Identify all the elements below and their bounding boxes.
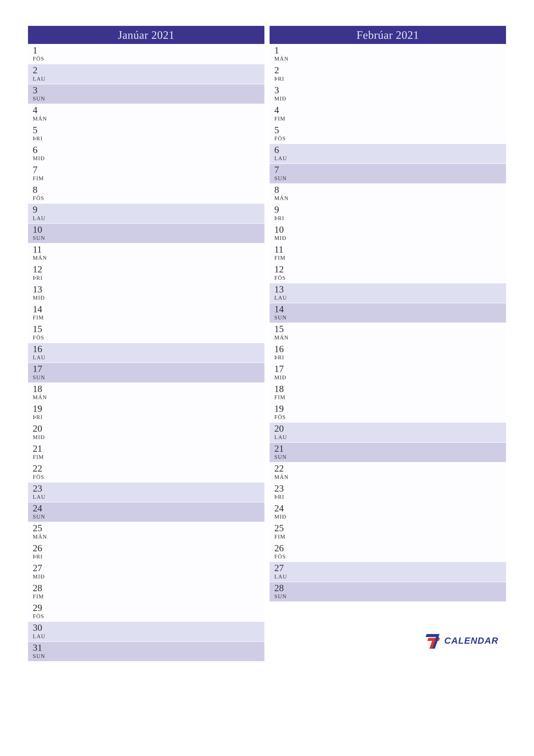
day-of-week: FÖS — [274, 135, 506, 143]
day-row: 2LAU — [28, 64, 265, 84]
day-of-week: SUN — [274, 175, 506, 182]
day-of-week: SUN — [33, 235, 265, 242]
day-row: 2ÞRI — [269, 64, 506, 84]
day-row: 10MIÐ — [269, 224, 506, 244]
day-row: 23ÞRI — [269, 482, 506, 502]
day-number: 5 — [274, 125, 506, 135]
day-of-week: MIÐ — [274, 514, 506, 521]
day-of-week: SUN — [33, 95, 265, 103]
month-column-january: Janúar 2021 1FÖS2LAU3SUN4MÁN5ÞRI6MIÐ7FIM… — [28, 26, 265, 662]
day-of-week: MÁN — [274, 56, 506, 63]
day-number: 2 — [274, 66, 506, 75]
day-number: 21 — [274, 444, 506, 453]
day-number: 3 — [274, 86, 506, 95]
day-row: 22MÁN — [269, 463, 506, 482]
day-of-week: FIM — [274, 255, 506, 262]
brand-text: CALENDAR — [444, 635, 498, 646]
day-of-week: LAU — [33, 354, 265, 362]
day-row: 21FIM — [28, 443, 265, 463]
day-number: 23 — [274, 484, 506, 493]
day-of-week: SUN — [274, 314, 506, 322]
month-columns: Janúar 2021 1FÖS2LAU3SUN4MÁN5ÞRI6MIÐ7FIM… — [28, 26, 506, 662]
day-of-week: MÁN — [33, 116, 265, 123]
day-number: 24 — [33, 504, 265, 513]
day-number: 31 — [33, 643, 265, 653]
day-row: 11FIM — [269, 244, 506, 263]
day-row: 29FÖS — [28, 602, 265, 622]
month-column-february: Febrúar 2021 1MÁN2ÞRI3MIÐ4FIM5FÖS6LAU7SU… — [269, 26, 506, 662]
day-of-week: SUN — [33, 374, 265, 382]
day-number: 11 — [274, 245, 506, 254]
day-of-week: LAU — [33, 633, 265, 640]
day-row: 13MIÐ — [28, 284, 265, 303]
day-row: 1MÁN — [269, 44, 506, 64]
day-number: 9 — [274, 205, 506, 214]
day-number: 13 — [274, 285, 506, 294]
day-row: 27LAU — [269, 562, 506, 582]
day-of-week: LAU — [33, 494, 265, 501]
day-of-week: FIM — [33, 454, 265, 461]
day-of-week: LAU — [33, 76, 265, 83]
day-of-week: ÞRI — [33, 275, 265, 282]
day-row: 31SUN — [28, 642, 265, 662]
day-of-week: SUN — [274, 593, 506, 601]
day-of-week: ÞRI — [33, 414, 265, 421]
month-header: Febrúar 2021 — [269, 26, 506, 44]
day-of-week: MIÐ — [33, 574, 265, 581]
day-row: 4MÁN — [28, 104, 265, 124]
day-number: 23 — [33, 484, 265, 493]
day-row: 15FÖS — [28, 323, 265, 343]
day-number: 18 — [33, 384, 265, 394]
day-row: 28FIM — [28, 582, 265, 602]
day-number: 21 — [33, 444, 265, 453]
day-number: 20 — [274, 424, 506, 433]
day-row: 13LAU — [269, 284, 506, 303]
day-of-week: LAU — [274, 295, 506, 302]
day-number: 2 — [33, 66, 265, 75]
day-of-week: MIÐ — [33, 295, 265, 302]
day-row: 12FÖS — [269, 263, 506, 283]
day-number: 16 — [33, 344, 265, 354]
day-of-week: FIM — [33, 175, 265, 182]
day-number: 9 — [33, 205, 265, 214]
day-row: 7FIM — [28, 164, 265, 184]
day-number: 12 — [33, 265, 265, 274]
day-number: 19 — [33, 404, 265, 414]
day-of-week: FÖS — [33, 613, 265, 620]
month-header: Janúar 2021 — [28, 26, 265, 44]
day-number: 19 — [274, 404, 506, 414]
calendar-page: Janúar 2021 1FÖS2LAU3SUN4MÁN5ÞRI6MIÐ7FIM… — [0, 0, 534, 756]
day-number: 26 — [33, 544, 265, 553]
day-row: 26ÞRI — [28, 542, 265, 562]
day-number: 1 — [274, 46, 506, 55]
day-row: 24MIÐ — [269, 502, 506, 522]
day-row: 6MIÐ — [28, 144, 265, 164]
day-number: 7 — [33, 165, 265, 175]
day-row: 14FIM — [28, 303, 265, 323]
day-row: 5FÖS — [269, 124, 506, 144]
day-number: 10 — [33, 225, 265, 234]
seven-icon — [426, 633, 442, 648]
day-of-week: SUN — [274, 454, 506, 461]
day-number: 28 — [274, 583, 506, 593]
day-row: 5ÞRI — [28, 124, 265, 144]
day-of-week: MIÐ — [274, 95, 506, 103]
day-number: 22 — [33, 464, 265, 473]
day-row: 7SUN — [269, 164, 506, 184]
days-list-february: 1MÁN2ÞRI3MIÐ4FIM5FÖS6LAU7SUN8MÁN9ÞRI10MI… — [269, 44, 506, 602]
day-of-week: FIM — [33, 593, 265, 601]
day-number: 29 — [33, 603, 265, 613]
day-of-week: ÞRI — [274, 494, 506, 501]
day-number: 6 — [33, 145, 265, 155]
day-row: 6LAU — [269, 144, 506, 164]
day-of-week: LAU — [274, 155, 506, 162]
day-number: 27 — [274, 563, 506, 573]
day-of-week: FÖS — [274, 554, 506, 561]
day-of-week: FIM — [33, 314, 265, 322]
day-number: 4 — [274, 105, 506, 115]
day-number: 15 — [33, 324, 265, 334]
day-row: 21SUN — [269, 443, 506, 463]
day-of-week: ÞRI — [33, 554, 265, 561]
day-row: 25MÁN — [28, 522, 265, 542]
day-of-week: FÖS — [33, 335, 265, 342]
